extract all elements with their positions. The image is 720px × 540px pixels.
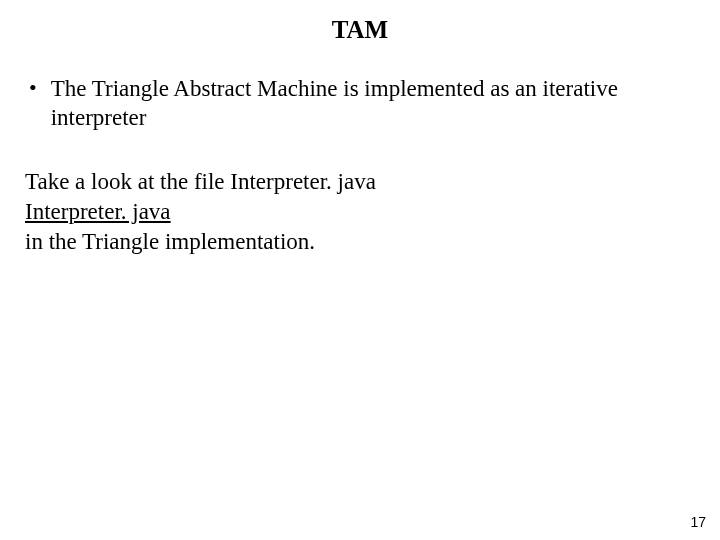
page-number: 17 — [690, 514, 706, 530]
body-link-line: Interpreter. java — [25, 197, 695, 227]
body-text: Take a look at the file Interpreter. jav… — [25, 167, 695, 257]
bullet-text-1: The Triangle Abstract Machine is impleme… — [51, 74, 695, 133]
body-line-1: Take a look at the file Interpreter. jav… — [25, 167, 695, 197]
body-line-3: in the Triangle implementation. — [25, 227, 695, 257]
slide-title: TAM — [25, 16, 695, 44]
bullet-marker: • — [29, 74, 37, 102]
bullet-item-1: • The Triangle Abstract Machine is imple… — [25, 74, 695, 133]
interpreter-link[interactable]: Interpreter. java — [25, 199, 171, 224]
slide: TAM • The Triangle Abstract Machine is i… — [0, 0, 720, 540]
